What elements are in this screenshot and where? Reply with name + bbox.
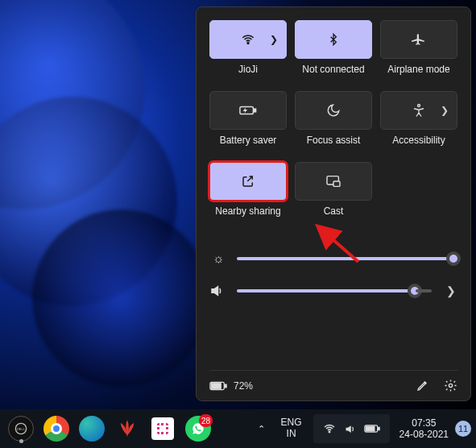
nearby-sharing-label: Nearby sharing xyxy=(209,205,287,217)
language-button[interactable]: ENG IN xyxy=(273,409,310,448)
gear-icon xyxy=(444,379,457,392)
taskbar-app-whatsapp[interactable]: 28 xyxy=(182,413,214,445)
settings-button[interactable] xyxy=(444,379,457,392)
svg-rect-15 xyxy=(366,426,375,431)
airplane-mode-label: Airplane mode xyxy=(380,64,457,75)
battery-percent: 72% xyxy=(234,380,253,392)
brightness-slider-row: ☼ xyxy=(209,243,457,275)
system-tray-button[interactable] xyxy=(313,414,390,443)
taskbar-app-huawei[interactable] xyxy=(111,413,143,445)
svg-point-9 xyxy=(449,384,452,387)
volume-thumb[interactable] xyxy=(408,284,422,298)
battery-saver-icon xyxy=(239,105,257,116)
battery-icon xyxy=(364,424,380,433)
bluetooth-tile[interactable] xyxy=(295,20,372,59)
moon-icon xyxy=(326,103,341,118)
cast-label: Cast xyxy=(295,205,372,217)
airplane-mode-tile[interactable] xyxy=(380,20,457,59)
clock-time: 07:35 xyxy=(412,417,436,429)
edit-quick-settings-button[interactable] xyxy=(416,379,429,392)
battery-saver-tile[interactable] xyxy=(209,91,287,130)
volume-icon xyxy=(209,284,227,298)
svg-rect-7 xyxy=(225,384,226,388)
brightness-icon: ☼ xyxy=(209,251,227,266)
huawei-icon xyxy=(116,417,139,440)
lang-top: ENG xyxy=(281,417,302,429)
volume-icon xyxy=(344,423,356,435)
flyout-footer: 72% xyxy=(209,370,457,392)
nearby-sharing-tile[interactable] xyxy=(209,162,287,201)
volume-slider-row: ❯ xyxy=(209,275,457,307)
volume-slider[interactable] xyxy=(237,289,430,292)
svg-rect-14 xyxy=(378,427,379,429)
wifi-icon xyxy=(241,32,255,47)
quick-tiles-grid: ❯ JioJi Not connected Airplane mode Batt… xyxy=(209,20,457,228)
notifications-button[interactable]: 11 xyxy=(455,421,471,437)
sliders-section: ☼ ❯ xyxy=(209,243,457,307)
volume-expand-button[interactable]: ❯ xyxy=(440,281,457,301)
svg-point-12 xyxy=(329,431,330,433)
airplane-icon xyxy=(412,32,426,47)
svg-text:DELL: DELL xyxy=(17,427,26,431)
wifi-icon xyxy=(323,422,336,435)
brightness-thumb[interactable] xyxy=(446,251,461,266)
taskbar-app-chrome[interactable] xyxy=(40,413,72,445)
clock-date: 24-08-2021 xyxy=(399,429,449,440)
brightness-slider[interactable] xyxy=(237,257,457,260)
chevron-up-icon: ⌃ xyxy=(258,424,265,434)
svg-point-3 xyxy=(418,105,420,107)
wifi-tile[interactable]: ❯ xyxy=(209,20,287,59)
accessibility-label: Accessibility xyxy=(380,135,457,146)
svg-rect-8 xyxy=(211,383,221,388)
wifi-label: JioJi xyxy=(209,64,287,75)
chevron-right-icon[interactable]: ❯ xyxy=(441,105,449,116)
clock-button[interactable]: 07:35 24-08-2021 xyxy=(393,409,455,448)
quick-settings-flyout: ❯ JioJi Not connected Airplane mode Batt… xyxy=(196,6,471,401)
chevron-right-icon[interactable]: ❯ xyxy=(270,34,278,45)
bluetooth-label: Not connected xyxy=(295,64,372,75)
focus-assist-tile[interactable] xyxy=(295,91,372,130)
battery-icon xyxy=(209,381,227,391)
taskbar-app-screenrec[interactable] xyxy=(147,413,179,445)
bluetooth-icon xyxy=(327,31,340,48)
cast-tile[interactable] xyxy=(295,162,372,201)
svg-rect-5 xyxy=(333,181,340,186)
taskbar: DELL 28 ⌃ xyxy=(0,409,476,448)
dell-icon: DELL xyxy=(14,422,27,435)
taskbar-app-edge[interactable] xyxy=(76,413,108,445)
start-button[interactable]: DELL xyxy=(5,413,37,445)
battery-saver-label: Battery saver xyxy=(209,135,287,146)
svg-point-0 xyxy=(247,43,249,44)
cast-icon xyxy=(325,175,341,188)
accessibility-tile[interactable]: ❯ xyxy=(380,91,457,130)
lang-bottom: IN xyxy=(287,429,296,440)
svg-rect-2 xyxy=(254,109,255,112)
whatsapp-badge: 28 xyxy=(199,414,213,427)
focus-assist-label: Focus assist xyxy=(295,135,372,146)
tray-overflow-button[interactable]: ⌃ xyxy=(250,409,273,448)
share-icon xyxy=(241,174,255,189)
battery-status[interactable]: 72% xyxy=(209,380,253,392)
accessibility-icon xyxy=(412,103,426,118)
pencil-icon xyxy=(416,379,429,392)
